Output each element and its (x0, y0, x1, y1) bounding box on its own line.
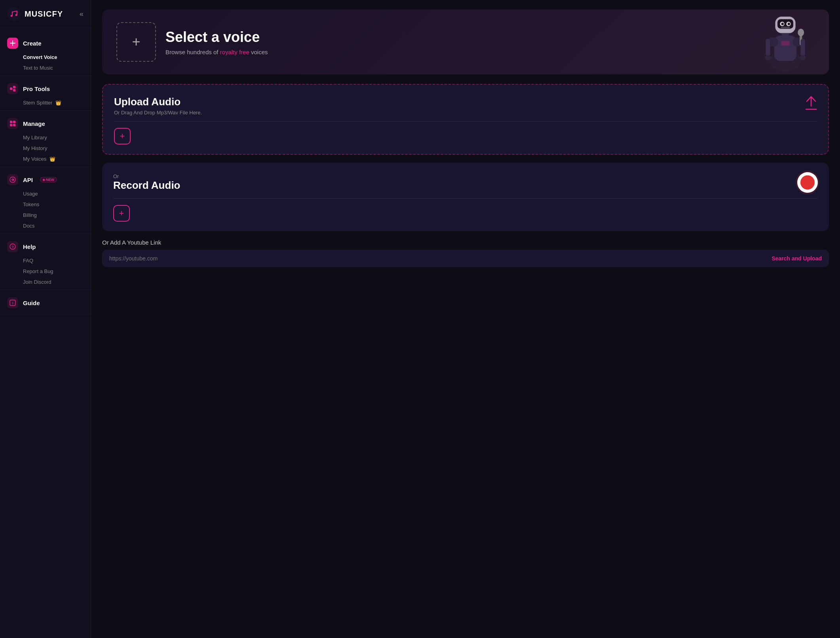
svg-rect-9 (13, 124, 15, 126)
youtube-input[interactable] (109, 255, 768, 262)
sidebar-section-help: ? Help FAQ Report a Bug Join Discord (0, 235, 91, 290)
create-icon (7, 38, 18, 49)
svg-rect-31 (766, 39, 770, 56)
voice-add-box[interactable]: + (116, 22, 156, 62)
sidebar-item-convert-voice[interactable]: Convert Voice (0, 52, 91, 63)
svg-point-25 (788, 23, 790, 25)
upload-arrow-icon (805, 96, 817, 113)
sidebar-header-pro-tools[interactable]: Pro Tools (0, 80, 91, 97)
voice-banner-title: Select a voice (165, 29, 268, 46)
svg-rect-3 (10, 87, 12, 90)
upload-header: Upload Audio Or Drag And Drop Mp3/Wav Fi… (114, 96, 817, 116)
svg-point-28 (798, 28, 804, 36)
record-title: Record Audio (113, 179, 180, 192)
record-divider (113, 198, 818, 199)
sidebar-item-docs[interactable]: Docs (0, 220, 91, 231)
royalty-free-text: royalty free (220, 49, 249, 55)
record-inner-dot (800, 175, 815, 190)
sidebar-item-my-voices[interactable]: My Voices 👑 (0, 154, 91, 164)
voice-banner: + Select a voice Browse hundreds of roya… (102, 9, 829, 74)
svg-point-1 (11, 15, 13, 17)
sidebar-header-manage[interactable]: Manage (0, 115, 91, 132)
guide-label: Guide (23, 300, 40, 306)
youtube-input-row: Search and Upload (102, 250, 829, 267)
voice-banner-subtitle: Browse hundreds of royalty free voices (165, 49, 268, 55)
svg-text:!: ! (12, 301, 13, 305)
record-header: Or Record Audio (113, 172, 818, 193)
voice-banner-text: Select a voice Browse hundreds of royalt… (165, 29, 268, 55)
record-audio-section: Or Record Audio + (102, 163, 829, 231)
svg-rect-6 (10, 121, 12, 123)
api-new-badge: NEW (40, 177, 57, 182)
svg-text:?: ? (12, 245, 14, 249)
logo-icon (7, 7, 21, 21)
create-label: Create (23, 40, 42, 47)
voice-add-plus-icon: + (132, 35, 140, 49)
upload-add-button[interactable]: + (114, 128, 131, 144)
help-label: Help (23, 243, 36, 250)
record-text-group: Or Record Audio (113, 173, 180, 192)
sidebar-header-create[interactable]: Create (0, 34, 91, 52)
sidebar-item-my-library[interactable]: My Library (0, 132, 91, 143)
app-name: MUSICFY (25, 9, 63, 19)
sidebar-section-guide: ! Guide (0, 292, 91, 314)
upload-title-group: Upload Audio Or Drag And Drop Mp3/Wav Fi… (114, 96, 202, 116)
svg-point-2 (15, 14, 17, 16)
guide-icon: ! (7, 297, 18, 308)
record-add-button[interactable]: + (113, 205, 130, 222)
help-icon: ? (7, 241, 18, 252)
sidebar-section-pro-tools: Pro Tools Stem Splitter 👑 (0, 78, 91, 111)
sidebar-item-report-bug[interactable]: Report a Bug (0, 266, 91, 277)
upload-title: Upload Audio (114, 96, 202, 108)
manage-icon (7, 118, 18, 129)
sidebar-header-guide[interactable]: ! Guide (0, 294, 91, 311)
svg-point-33 (765, 55, 771, 61)
sidebar-section-create: Create Convert Voice Text to Music (0, 32, 91, 76)
svg-rect-7 (13, 121, 15, 123)
api-icon (7, 174, 18, 185)
svg-point-34 (800, 55, 806, 61)
api-badge-dot (43, 179, 45, 181)
sidebar-section-api: API NEW Usage Tokens Billing Docs (0, 169, 91, 234)
youtube-section: Or Add A Youtube Link Search and Upload (102, 239, 829, 267)
svg-point-0 (7, 7, 21, 21)
sidebar-item-join-discord[interactable]: Join Discord (0, 277, 91, 287)
sidebar: MUSICFY « Create Convert Voice Text to M… (0, 0, 91, 638)
sidebar-item-usage[interactable]: Usage (0, 188, 91, 199)
upload-audio-section: Upload Audio Or Drag And Drop Mp3/Wav Fi… (102, 84, 829, 155)
sidebar-item-text-to-music[interactable]: Text to Music (0, 63, 91, 73)
my-voices-crown: 👑 (49, 156, 55, 162)
sidebar-header-api[interactable]: API NEW (0, 171, 91, 188)
svg-rect-16 (774, 36, 796, 61)
sidebar-item-my-history[interactable]: My History (0, 143, 91, 154)
pro-tools-label: Pro Tools (23, 85, 50, 92)
search-upload-button[interactable]: Search and Upload (772, 255, 822, 262)
svg-rect-8 (10, 124, 12, 126)
youtube-label: Or Add A Youtube Link (102, 239, 829, 246)
sidebar-item-billing[interactable]: Billing (0, 210, 91, 220)
api-label: API (23, 177, 33, 183)
record-or-label: Or (113, 173, 180, 179)
pro-tools-icon (7, 83, 18, 94)
svg-point-24 (781, 23, 784, 25)
svg-rect-5 (13, 89, 15, 91)
svg-rect-26 (781, 27, 790, 28)
sidebar-item-tokens[interactable]: Tokens (0, 199, 91, 210)
stem-splitter-crown: 👑 (55, 100, 61, 106)
sidebar-header-help[interactable]: ? Help (0, 238, 91, 255)
svg-rect-30 (781, 41, 789, 45)
robot-illustration (742, 9, 829, 74)
manage-label: Manage (23, 120, 45, 127)
sidebar-item-stem-splitter[interactable]: Stem Splitter 👑 (0, 97, 91, 108)
sidebar-section-manage: Manage My Library My History My Voices 👑 (0, 112, 91, 167)
upload-divider (114, 121, 817, 122)
main-content: + Select a voice Browse hundreds of roya… (91, 0, 840, 638)
svg-rect-32 (800, 39, 805, 56)
upload-subtitle: Or Drag And Drop Mp3/Wav File Here. (114, 110, 202, 116)
collapse-button[interactable]: « (80, 10, 84, 18)
record-button[interactable] (797, 172, 818, 193)
sidebar-item-faq[interactable]: FAQ (0, 255, 91, 266)
svg-rect-4 (13, 86, 15, 88)
logo-area: MUSICFY « (0, 7, 91, 28)
